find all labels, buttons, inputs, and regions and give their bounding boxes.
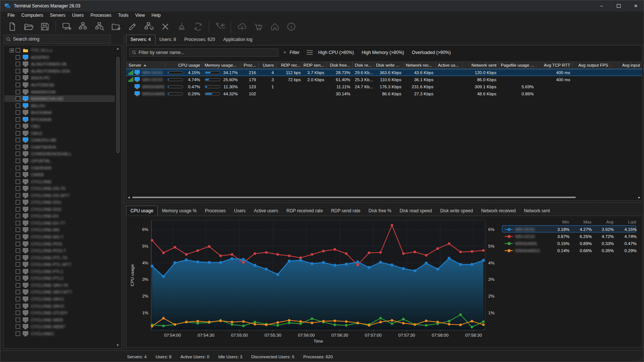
tab-application-log[interactable]: Application log [219, 35, 256, 44]
tree-item[interactable]: CYCLONE-SRV-T6 [4, 282, 115, 289]
menu-icon[interactable] [307, 50, 313, 55]
save-icon[interactable] [37, 19, 53, 34]
menu-tools[interactable]: Tools [115, 12, 132, 19]
checkbox[interactable] [16, 55, 20, 60]
tab-servers-4[interactable]: Servers: 4 [126, 35, 155, 44]
column-header-users[interactable]: Users [258, 61, 276, 69]
tree-item[interactable]: CYCLONE-DS2 [4, 206, 115, 213]
checkbox[interactable] [16, 242, 20, 246]
checkbox[interactable] [16, 304, 20, 308]
checkbox[interactable] [16, 159, 20, 163]
checkbox[interactable] [16, 96, 20, 101]
checkbox[interactable] [16, 110, 20, 115]
tree-item[interactable]: TTC 16.1.x [4, 47, 115, 54]
checkbox[interactable] [16, 283, 20, 288]
legend-row[interactable]: WINSHARE0.15%0.89%0.33%0.47% [502, 239, 636, 247]
menu-view[interactable]: View [132, 12, 148, 19]
horizontal-splitter[interactable] [123, 203, 642, 203]
find-computers-icon[interactable] [91, 19, 108, 34]
tree-item[interactable]: CYCLONE-POS [4, 240, 115, 247]
menu-help[interactable]: Help [148, 12, 164, 19]
tree-item[interactable]: CYCLONE-PTL2 [4, 275, 115, 282]
menu-processes[interactable]: Processes [87, 12, 115, 19]
server-row[interactable]: WINSHARE0.47%11.30%123111.11%24.7 Kb...1… [126, 83, 642, 90]
tree-item[interactable]: CYCLONE-DS1 [4, 199, 115, 206]
column-header-cpu-usage[interactable]: CPU usage [165, 61, 202, 69]
checkbox[interactable] [16, 221, 20, 225]
checkbox[interactable] [16, 311, 20, 315]
checkbox[interactable] [16, 331, 20, 336]
chart-tab-rdp-received-rate[interactable]: RDP received rate [282, 206, 327, 216]
checkbox[interactable] [16, 214, 20, 218]
tree-item[interactable]: ASUS-PC [4, 74, 115, 82]
tree-item[interactable]: BUCKANA [4, 109, 115, 116]
chart-tab-users[interactable]: Users [230, 206, 250, 216]
tree-item[interactable]: CYCLONE-DS-T6 [4, 185, 115, 192]
checkbox[interactable] [16, 262, 20, 267]
checkbox[interactable] [16, 200, 20, 204]
legend-row[interactable]: WINSHARES0.14%0.66%0.35%0.29% [502, 247, 636, 254]
checkbox[interactable] [16, 83, 20, 87]
scroll-right-arrow[interactable]: ► [638, 196, 641, 199]
tree-item[interactable]: AGSPRO [4, 54, 115, 61]
checkbox[interactable] [16, 90, 20, 94]
menu-servers[interactable]: Servers [47, 12, 69, 19]
tree-item[interactable]: CYCLONE-PTL-WT7 [4, 261, 115, 268]
checkbox[interactable] [16, 131, 20, 136]
tree-item[interactable]: CBU2 [4, 130, 115, 137]
checkbox[interactable] [16, 172, 20, 177]
filter-button[interactable]: Filter [290, 50, 300, 55]
new-file-icon[interactable] [4, 19, 20, 34]
scrollbar-thumb[interactable] [132, 197, 576, 198]
tree-item[interactable]: CONFERENCEHALL [4, 150, 115, 158]
chart-tab-active-users[interactable]: Active users [250, 206, 282, 216]
column-header-network-sent[interactable]: Network sent [463, 61, 499, 69]
scroll-down-arrow[interactable]: ▼ [115, 343, 120, 348]
tree-item[interactable]: CHACKU-AB [4, 137, 115, 144]
chart-tab-disk-write-speed[interactable]: Disk write speed [436, 206, 477, 216]
checkbox[interactable] [16, 180, 20, 184]
checkbox[interactable] [16, 207, 20, 212]
add-group-icon[interactable] [75, 19, 91, 34]
column-header-proc-[interactable]: Proc... [240, 61, 258, 69]
tree-item[interactable]: CWEB [4, 171, 115, 178]
filter-high-cpu[interactable]: High CPU (>80%) [318, 50, 354, 55]
column-header-avg-input[interactable]: Avg input [610, 61, 642, 69]
edit-icon[interactable] [124, 19, 141, 34]
tree-item[interactable]: CYCLONE-SRV-WT7 [4, 289, 115, 296]
tree-scrollbar-thumb[interactable] [117, 57, 119, 153]
checkbox[interactable] [16, 228, 20, 232]
tab-users-8[interactable]: Users: 8 [155, 35, 180, 44]
resize-grip[interactable]: ⋰ [639, 357, 644, 362]
checkbox[interactable] [16, 193, 20, 198]
checkbox[interactable] [16, 124, 20, 128]
tree-item[interactable]: CYCLONE-SRV1 [4, 296, 115, 303]
expander-icon[interactable] [10, 48, 14, 53]
checkbox[interactable] [16, 324, 20, 329]
close-button[interactable]: ✕ [627, 0, 644, 12]
legend-row[interactable]: SRV-DC013.18%4.27%3.92%4.15% [502, 225, 636, 232]
checkbox[interactable] [16, 318, 20, 322]
chart-tab-rdp-send-rate[interactable]: RDP send rate [327, 206, 364, 216]
column-header-memory-usage-[interactable]: Memory usage... [202, 61, 240, 69]
filter-high-memory[interactable]: High Memory (>80%) [362, 50, 404, 55]
column-header-disk-re-[interactable]: Disk re... [353, 61, 374, 69]
menu-file[interactable]: File [4, 12, 18, 19]
add-to-folder-icon[interactable] [108, 19, 124, 34]
checkbox[interactable] [16, 152, 20, 156]
tree-item[interactable]: CYCLONE-STUDY [4, 309, 115, 317]
column-header-rdp-rec-[interactable]: RDP rec... [276, 61, 303, 69]
tree-item[interactable]: CYCLONE2 [4, 330, 115, 337]
column-header-rdp-sen-[interactable]: RDP sen... [303, 61, 326, 69]
manage-computer-icon[interactable] [141, 19, 157, 34]
table-horizontal-scrollbar[interactable]: ◄ ► [127, 195, 641, 200]
column-header-disk-free-[interactable]: Disk free... [326, 61, 353, 69]
tree-item[interactable]: CYCLONE-MS [4, 226, 115, 234]
server-row[interactable]: SRV-DC024.74%25.60%179372 bps2.0 Kbps61.… [126, 76, 642, 83]
minimize-button[interactable]: ─ [593, 0, 610, 12]
column-header-pagefile-usage-[interactable]: Pagefile usage ... [499, 61, 536, 69]
tree-item[interactable]: CSERVER [4, 164, 115, 171]
add-computer-icon[interactable] [59, 19, 75, 34]
filter-overloaded[interactable]: Overloaded (>90%) [412, 50, 451, 55]
menu-computers[interactable]: Computers [18, 12, 47, 19]
